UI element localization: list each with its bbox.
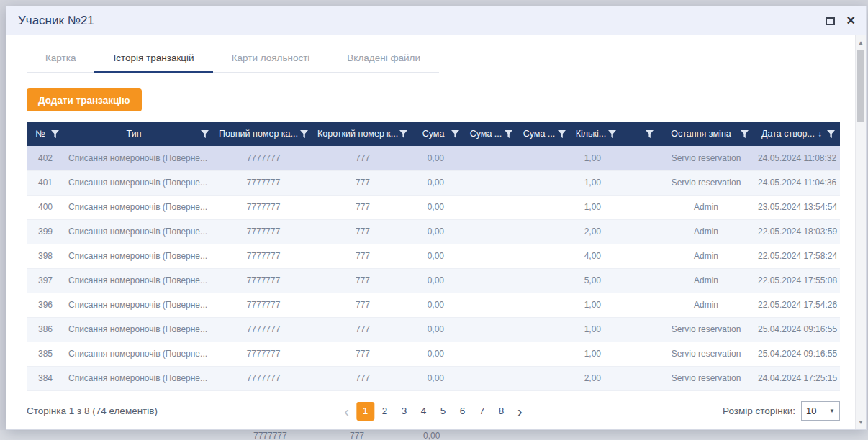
cell-sum3 [517,317,571,342]
page-button-2[interactable]: 2 [376,402,394,421]
pager-prev-icon[interactable]: ‹ [338,404,355,418]
filter-icon[interactable] [451,130,459,138]
cell-sum2 [464,244,517,268]
column-header-3[interactable]: Короткий номер к... [313,122,412,146]
column-label: Кількі... [576,129,607,139]
cell-sum: 0,00 [412,317,464,342]
cell-sum3 [517,219,571,244]
cell-short_card: 777 [313,170,412,195]
page-button-8[interactable]: 8 [492,402,510,421]
filter-icon[interactable] [741,130,749,138]
page-button-4[interactable]: 4 [415,402,433,421]
tab-2[interactable]: Карти лояльності [213,45,329,72]
cell-type: Списання номероночів (Поверне... [64,219,214,244]
cell-num: 396 [27,293,64,317]
page-size-label: Розмір сторінки: [723,405,795,416]
cell-short_card: 777 [313,342,412,366]
page-button-7[interactable]: 7 [473,402,491,421]
tab-3[interactable]: Вкладені файли [328,45,439,72]
table-row[interactable]: 384Списання номероночів (Поверне...77777… [27,366,840,390]
filter-icon[interactable] [51,130,59,138]
cell-sum3 [517,244,571,268]
tab-1[interactable]: Історія транзакцій [94,45,212,73]
cell-last_change: Servio reservation [659,146,754,170]
cell-num: 398 [27,244,64,268]
table-row[interactable]: 396Списання номероночів (Поверне...77777… [27,293,840,317]
pager-next-icon[interactable]: › [512,404,528,418]
cell-qty: 4,00 [571,244,621,268]
cell-created: 24.05.2024 11:04:36 [754,170,840,195]
column-header-5[interactable]: Сума ... [464,122,517,146]
page-size-select[interactable]: 10 ▼ [801,401,840,421]
pager-pages: 12345678 [356,402,510,421]
cell-sum: 0,00 [412,268,464,293]
scrollbar-thumb[interactable] [857,50,864,122]
cell-last_change: Admin [659,219,754,244]
cell-sum2 [464,317,517,342]
grid-footer: Сторінка 1 з 8 (74 елементів) ‹ 12345678… [27,398,840,425]
column-label: Дата створ... [761,129,815,139]
cell-short_card: 777 [313,293,412,317]
page-button-1[interactable]: 1 [356,402,374,421]
tab-0[interactable]: Картка [27,45,94,72]
cell-last_change: Admin [659,268,754,293]
column-header-4[interactable]: Сума [412,122,464,146]
filter-icon[interactable] [646,130,654,138]
table-row[interactable]: 385Списання номероночів (Поверне...77777… [27,342,840,366]
column-header-0[interactable]: № [27,122,64,146]
add-transaction-button[interactable]: Додати транзакцію [27,88,142,111]
cell-qty: 1,00 [571,293,621,317]
cell-sum: 0,00 [412,219,464,244]
cell-last_change: Admin [659,293,754,317]
page-button-5[interactable]: 5 [434,402,452,421]
cell-full_card: 7777777 [214,146,313,170]
filter-icon[interactable] [558,130,566,138]
table-body: 402Списання номероночів (Поверне...77777… [27,146,840,390]
column-header-10[interactable]: Дата створ...↓ [754,122,840,146]
page-size-control: Розмір сторінки: 10 ▼ [723,401,840,421]
cell-extra [621,317,659,342]
cell-full_card: 7777777 [214,317,313,342]
cell-created: 24.04.2024 17:25:15 [754,366,840,390]
table-row[interactable]: 399Списання номероночів (Поверне...77777… [27,219,840,244]
column-header-8[interactable] [621,122,659,146]
scroll-down-icon[interactable]: ▼ [856,416,866,428]
table-row[interactable]: 401Списання номероночів (Поверне...77777… [27,170,840,195]
cell-extra [621,366,659,390]
cell-sum2 [464,366,517,390]
cell-created: 25.04.2024 09:16:55 [754,342,840,366]
cell-type: Списання номероночів (Поверне... [64,244,214,268]
cell-sum: 0,00 [412,366,464,390]
filter-icon[interactable] [608,130,616,138]
filter-icon[interactable] [505,130,512,138]
cell-type: Списання номероночів (Поверне... [64,195,214,219]
column-header-7[interactable]: Кількі... [571,122,621,146]
table-row[interactable]: 402Списання номероночів (Поверне...77777… [27,146,840,170]
page-button-3[interactable]: 3 [395,402,413,421]
table-row[interactable]: 400Списання номероночів (Поверне...77777… [27,195,840,219]
table-row[interactable]: 386Списання номероночів (Поверне...77777… [27,317,840,342]
vertical-scrollbar[interactable]: ▲ ▼ [855,35,866,429]
page-button-6[interactable]: 6 [453,402,471,421]
close-icon[interactable]: ✕ [846,15,856,27]
cell-num: 397 [27,268,64,293]
filter-icon[interactable] [300,130,308,138]
cell-qty: 1,00 [571,342,621,366]
maximize-icon[interactable] [826,17,835,25]
cell-extra [621,195,659,219]
table-row[interactable]: 398Списання номероночів (Поверне...77777… [27,244,840,268]
filter-icon[interactable] [399,130,407,138]
column-header-2[interactable]: Повний номер ка... [214,122,313,146]
cell-created: 22.05.2024 18:03:59 [754,219,840,244]
cell-sum3 [517,342,571,366]
column-header-6[interactable]: Сума ... [517,122,571,146]
cell-extra [621,170,659,195]
cell-extra [621,342,659,366]
column-header-1[interactable]: Тип [64,122,214,146]
scroll-up-icon[interactable]: ▲ [856,37,866,48]
table-row[interactable]: 397Списання номероночів (Поверне...77777… [27,268,840,293]
column-header-9[interactable]: Остання зміна [659,122,754,146]
filter-icon[interactable] [827,130,835,138]
cell-short_card: 777 [313,366,412,390]
filter-icon[interactable] [201,130,209,138]
